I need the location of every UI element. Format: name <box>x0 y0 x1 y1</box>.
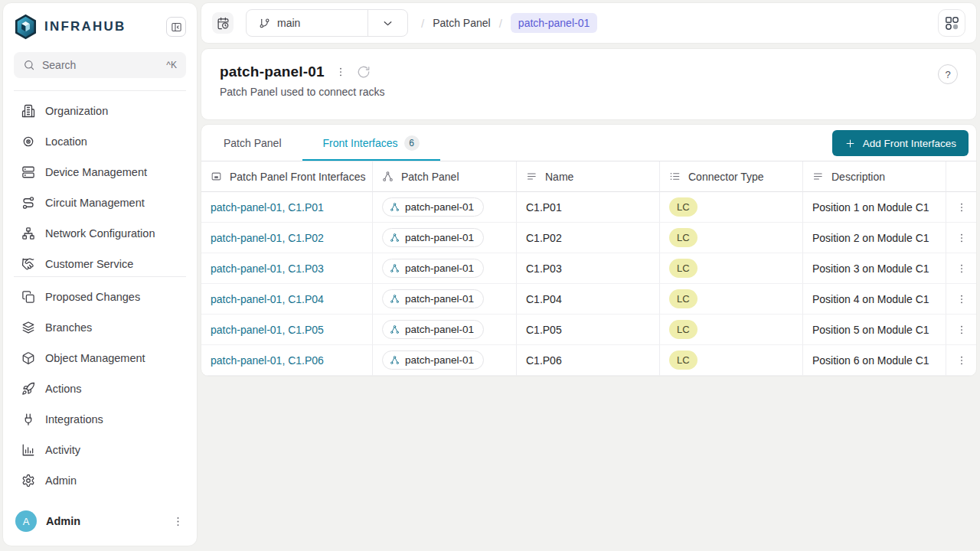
cell-name: C1.P06 <box>517 345 660 376</box>
patch-panel-chip[interactable]: patch-panel-01 <box>382 350 484 370</box>
patch-panel-chip[interactable]: patch-panel-01 <box>382 289 484 308</box>
breadcrumb-parent[interactable]: Patch Panel <box>433 17 491 29</box>
row-menu-button[interactable] <box>956 262 968 275</box>
tree-icon <box>382 171 394 182</box>
sidebar-nav-secondary: Proposed Changes Branches Object Managem… <box>14 282 186 496</box>
kebab-icon <box>956 201 968 214</box>
tabs-row: Patch Panel Front Interfaces 6 Add Front… <box>201 125 976 161</box>
column-header-connector-type[interactable]: Connector Type <box>660 161 803 192</box>
add-button-label: Add Front Interfaces <box>863 138 956 149</box>
user-menu-button[interactable] <box>172 515 185 528</box>
sidebar-item-proposed-changes[interactable]: Proposed Changes <box>14 282 186 312</box>
patch-panel-chip[interactable]: patch-panel-01 <box>382 320 484 339</box>
column-header-name[interactable]: Name <box>517 161 660 192</box>
refresh-icon <box>357 65 371 79</box>
cell-description: Position 1 on Module C1 <box>803 192 946 223</box>
infrahub-logo-icon <box>14 14 38 40</box>
connector-type-badge: LC <box>669 228 697 247</box>
connector-type-badge: LC <box>669 259 697 278</box>
object-header: patch-panel-01 Patch Panel used to conne… <box>201 48 977 120</box>
sidebar-collapse-button[interactable] <box>166 17 186 37</box>
tab-patch-panel[interactable]: Patch Panel <box>203 125 302 161</box>
tasks-button[interactable] <box>938 9 965 37</box>
git-branch-icon <box>259 18 270 29</box>
top-bar: main / Patch Panel / patch-panel-01 <box>201 2 977 44</box>
handshake-icon <box>21 257 35 271</box>
row-menu-button[interactable] <box>956 293 968 305</box>
sidebar-item-integrations[interactable]: Integrations <box>14 404 186 435</box>
cell-patch-panel: patch-panel-01 <box>373 345 517 376</box>
add-front-interfaces-button[interactable]: Add Front Interfaces <box>832 130 969 156</box>
sidebar-item-admin[interactable]: Admin <box>14 465 186 496</box>
branch-selector-value[interactable]: main <box>247 10 368 36</box>
cell-description: Position 2 on Module C1 <box>803 223 946 253</box>
kebab-icon <box>956 354 968 367</box>
row-menu-button[interactable] <box>956 324 968 336</box>
kebab-icon <box>956 262 968 275</box>
row-link[interactable]: patch-panel-01, C1.P03 <box>211 262 324 275</box>
time-travel-button[interactable] <box>212 12 234 34</box>
search-shortcut: ^K <box>166 60 177 70</box>
hierarchy-icon <box>390 202 400 212</box>
object-subtitle: Patch Panel used to connect racks <box>220 86 958 98</box>
patch-panel-chip[interactable]: patch-panel-01 <box>382 259 484 278</box>
sidebar-item-branches[interactable]: Branches <box>14 312 186 343</box>
sidebar-item-device-management[interactable]: Device Management <box>14 157 186 187</box>
sidebar-item-location[interactable]: Location <box>14 126 186 157</box>
search-input[interactable]: Search ^K <box>14 52 186 78</box>
refresh-button[interactable] <box>357 65 371 79</box>
row-menu-button[interactable] <box>956 354 968 367</box>
row-menu-button[interactable] <box>956 232 968 244</box>
patch-panel-chip[interactable]: patch-panel-01 <box>382 197 484 217</box>
page-title: patch-panel-01 <box>220 64 325 80</box>
sidebar-item-label: Branches <box>45 321 92 334</box>
apps-icon <box>944 15 960 31</box>
row-link[interactable]: patch-panel-01, C1.P04 <box>211 293 324 305</box>
kebab-icon <box>956 293 968 305</box>
sidebar-item-circuit-management[interactable]: Circuit Management <box>14 187 186 218</box>
sidebar-item-object-management[interactable]: Object Management <box>14 343 186 373</box>
sidebar-item-network-configuration[interactable]: Network Configuration <box>14 218 186 249</box>
sidebar-item-label: Activity <box>45 444 80 456</box>
cell-description: Position 6 on Module C1 <box>803 345 946 376</box>
branch-selector[interactable]: main <box>246 9 408 37</box>
breadcrumb-current[interactable]: patch-panel-01 <box>511 13 597 33</box>
content-card: Patch Panel Front Interfaces 6 Add Front… <box>201 124 977 377</box>
row-link[interactable]: patch-panel-01, C1.P06 <box>211 354 324 367</box>
kebab-icon <box>335 66 347 78</box>
cell-description: Position 5 on Module C1 <box>803 315 946 345</box>
branch-selector-toggle[interactable] <box>368 10 407 36</box>
tab-count-badge: 6 <box>404 135 420 151</box>
sidebar-item-label: Object Management <box>45 352 145 364</box>
sidebar-item-actions[interactable]: Actions <box>14 373 186 404</box>
row-link[interactable]: patch-panel-01, C1.P02 <box>211 232 324 244</box>
sidebar-item-organization[interactable]: Organization <box>14 96 186 126</box>
help-button[interactable]: ? <box>938 64 958 84</box>
connector-type-badge: LC <box>669 197 697 217</box>
object-menu-button[interactable] <box>335 66 347 78</box>
tab-front-interfaces[interactable]: Front Interfaces 6 <box>302 125 440 161</box>
cell-connector-type: LC <box>660 315 803 345</box>
card-icon <box>211 171 222 182</box>
cell-patch-panel: patch-panel-01 <box>373 223 517 253</box>
connector-type-badge: LC <box>669 289 697 308</box>
sidebar-item-customer-service[interactable]: Customer Service <box>14 249 186 276</box>
search-icon <box>23 59 35 71</box>
cell-description: Position 3 on Module C1 <box>803 253 946 284</box>
column-header-patch-panel-front-interfaces[interactable]: Patch Panel Front Interfaces <box>201 161 373 192</box>
cell-name: C1.P02 <box>517 223 660 253</box>
row-link[interactable]: patch-panel-01, C1.P01 <box>211 201 324 214</box>
column-header-patch-panel[interactable]: Patch Panel <box>373 161 517 192</box>
patch-panel-chip[interactable]: patch-panel-01 <box>382 228 484 247</box>
row-link[interactable]: patch-panel-01, C1.P05 <box>211 324 324 336</box>
sidebar-item-activity[interactable]: Activity <box>14 435 186 465</box>
cell-display-label: patch-panel-01, C1.P05 <box>201 315 373 345</box>
breadcrumb: / Patch Panel / patch-panel-01 <box>416 13 597 33</box>
column-header-description[interactable]: Description <box>803 161 946 192</box>
sidebar-divider <box>14 90 186 91</box>
user-row[interactable]: A Admin <box>14 504 186 538</box>
sidebar-item-label: Integrations <box>45 413 103 425</box>
row-menu-button[interactable] <box>956 201 968 214</box>
route-icon <box>21 196 35 210</box>
sidebar-nav-primary: Organization Location Device Management … <box>14 96 186 276</box>
